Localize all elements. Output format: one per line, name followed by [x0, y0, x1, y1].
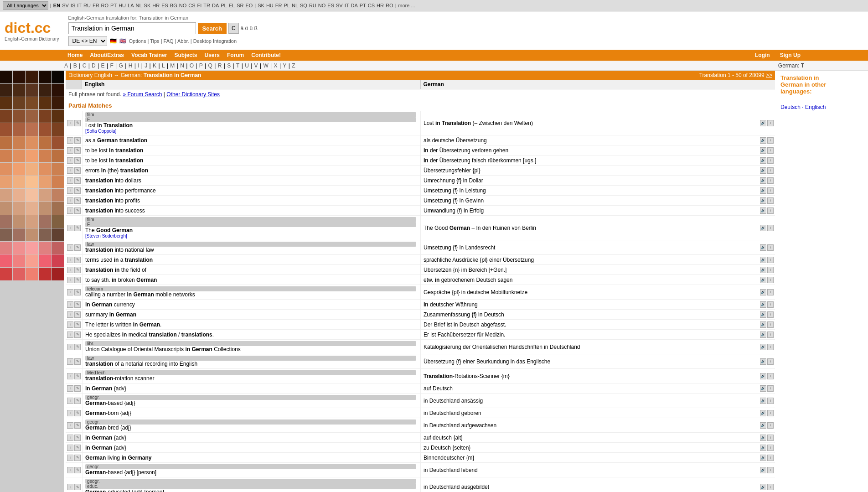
german-text[interactable]: Übersetzen {n} im Bereich [+Gen.] — [424, 267, 506, 273]
site-logo[interactable]: dict.cc — [5, 20, 59, 36]
nav-forum[interactable]: Forum — [223, 51, 248, 60]
edit-icon[interactable]: ✎ — [74, 187, 81, 194]
german-text[interactable]: auf deutsch {alt} — [424, 435, 463, 441]
lang-no2[interactable]: NO — [318, 3, 326, 8]
lang-hr2[interactable]: HR — [377, 3, 384, 8]
lang-ru[interactable]: RU — [83, 3, 91, 8]
speaker-icon[interactable]: 🔊 — [760, 167, 766, 174]
info-icon[interactable]: i — [67, 147, 73, 154]
german-text[interactable]: sprachliche Ausdrücke {pl} einer Überset… — [424, 257, 534, 263]
german-text[interactable]: The Good German – In den Ruinen von Berl… — [424, 225, 536, 231]
english-text[interactable]: German-based {adj} [person] — [85, 469, 418, 476]
info-icon[interactable]: i — [67, 358, 73, 365]
lang-pl[interactable]: PL — [221, 3, 227, 8]
forum-search-link[interactable]: » Forum Search — [123, 91, 162, 98]
info-icon[interactable]: i — [67, 225, 73, 231]
edit-icon[interactable]: ✎ — [74, 467, 81, 473]
lang-bg[interactable]: BG — [170, 3, 177, 8]
german-text[interactable]: Umwandlung {f} in Erfolg — [424, 207, 484, 214]
lang-no[interactable]: NO — [179, 3, 187, 8]
speaker-icon[interactable]: 🔊 — [760, 244, 766, 251]
alpha-l[interactable]: L — [162, 62, 165, 69]
speaker-icon[interactable]: 🔊 — [760, 311, 766, 318]
english-text[interactable]: German living in Germany — [85, 455, 418, 461]
signup-link[interactable]: Sign Up — [776, 51, 804, 60]
german-text[interactable]: Umsetzung {f} in Landesrecht — [424, 244, 495, 251]
faq-link[interactable]: FAQ — [164, 38, 174, 44]
info-icon[interactable]: i — [67, 267, 73, 273]
nav-users[interactable]: Users — [201, 51, 223, 60]
german-text[interactable]: in Deutschland aufgewachsen — [424, 422, 496, 429]
lang-pt2[interactable]: PT — [360, 3, 366, 8]
info-icon[interactable]: i — [67, 311, 73, 318]
options-link[interactable]: Options — [129, 38, 146, 44]
edit-icon[interactable]: ✎ — [74, 167, 81, 174]
alpha-w[interactable]: W — [263, 62, 268, 69]
speaker-icon[interactable]: 🔊 — [760, 197, 766, 204]
lang-sv2[interactable]: SV — [336, 3, 343, 8]
english-text[interactable]: terms used in a translation — [85, 257, 418, 263]
clear-button[interactable]: C — [228, 23, 239, 34]
speaker-icon[interactable]: 🔊 — [760, 373, 766, 379]
edit-icon[interactable]: ✎ — [74, 177, 81, 184]
info-icon[interactable]: i — [67, 167, 73, 174]
nav-subjects[interactable]: Subjects — [171, 51, 201, 60]
edit-icon[interactable]: ✎ — [74, 120, 81, 126]
speaker-icon[interactable]: 🔊 — [760, 120, 766, 126]
alpha-a[interactable]: A — [64, 62, 68, 69]
info-icon[interactable]: i — [67, 422, 73, 429]
edit-icon[interactable]: ✎ — [74, 137, 81, 144]
speaker-icon[interactable]: 🔊 — [760, 267, 766, 273]
info-icon[interactable]: i — [67, 385, 73, 392]
english-text[interactable]: in German currency — [85, 301, 418, 308]
flag-icon[interactable]: i — [767, 167, 774, 174]
lang-el[interactable]: EL — [229, 3, 235, 8]
german-text[interactable]: als deutsche Übersetzung — [424, 137, 487, 144]
desktop-link[interactable]: Desktop Integration — [193, 38, 237, 44]
speaker-icon[interactable]: 🔊 — [760, 467, 766, 473]
lang-sk[interactable]: SK — [144, 3, 151, 8]
edit-icon[interactable]: ✎ — [74, 358, 81, 365]
edit-icon[interactable]: ✎ — [74, 321, 81, 328]
lang-eo[interactable]: EO — [245, 3, 253, 8]
lang-da2[interactable]: DA — [351, 3, 357, 8]
lang-tr[interactable]: TR — [203, 3, 210, 8]
info-icon[interactable]: i — [67, 187, 73, 194]
english-text[interactable]: in German {adv} — [85, 435, 418, 441]
edit-icon[interactable]: ✎ — [74, 373, 81, 379]
alpha-i[interactable]: I — [138, 62, 139, 69]
deutsch-englisch-link[interactable]: Deutsch · Englisch — [780, 104, 826, 110]
edit-icon[interactable]: ✎ — [74, 331, 81, 338]
info-icon[interactable]: i — [67, 445, 73, 451]
english-text[interactable]: German-bred {adj} — [85, 425, 418, 431]
english-text[interactable]: translation of a notarial recording into… — [85, 361, 418, 367]
edit-icon[interactable]: ✎ — [74, 435, 81, 441]
edit-icon[interactable]: ✎ — [74, 267, 81, 273]
lang-is[interactable]: IS — [71, 3, 75, 8]
speaker-icon[interactable]: 🔊 — [760, 321, 766, 328]
flag-icon[interactable]: i — [767, 445, 774, 451]
alpha-t[interactable]: T — [236, 62, 239, 69]
flag-icon[interactable]: i — [767, 373, 774, 379]
german-text[interactable]: Binnendeutscher {m} — [424, 455, 474, 461]
edit-icon[interactable]: ✎ — [74, 410, 81, 416]
lang-es2[interactable]: ES — [327, 3, 334, 8]
speaker-icon[interactable]: 🔊 — [760, 277, 766, 283]
info-icon[interactable]: i — [67, 455, 73, 461]
lang-ru2[interactable]: RU — [309, 3, 316, 8]
german-text[interactable]: Translation-Rotations-Scanner {m} — [424, 373, 510, 379]
lang-pl2[interactable]: PL — [284, 3, 289, 8]
flag-icon[interactable]: i — [767, 244, 774, 251]
speaker-icon[interactable]: 🔊 — [760, 435, 766, 441]
speaker-icon[interactable]: 🔊 — [760, 137, 766, 144]
alpha-j[interactable]: J — [145, 62, 147, 69]
lang-hr[interactable]: HR — [152, 3, 160, 8]
flag-icon[interactable]: i — [767, 267, 774, 273]
alpha-x[interactable]: X — [274, 62, 278, 69]
info-icon[interactable]: i — [67, 410, 73, 416]
all-languages-dropdown[interactable]: All Languages — [3, 1, 48, 10]
edit-icon[interactable]: ✎ — [74, 157, 81, 164]
lang-it[interactable]: IT — [77, 3, 82, 8]
alpha-y[interactable]: Y — [283, 62, 286, 69]
alpha-c[interactable]: C — [83, 62, 87, 69]
